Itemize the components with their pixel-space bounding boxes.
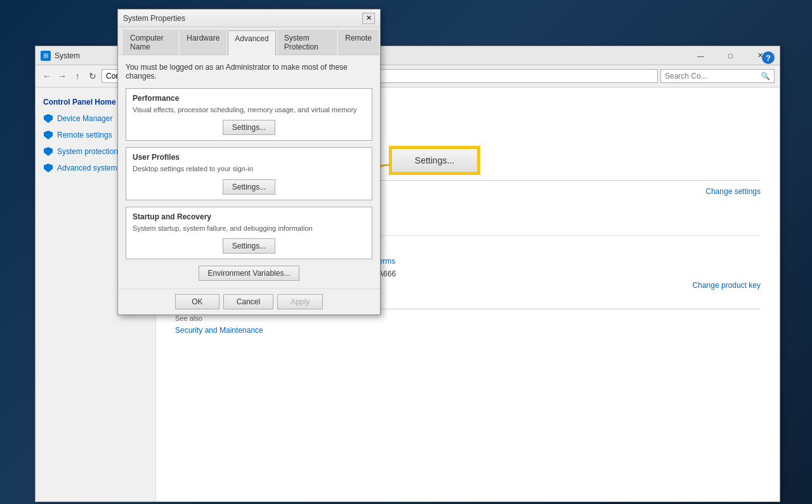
settings-highlight-label: Settings... — [415, 155, 454, 165]
change-settings-link[interactable]: Change settings — [705, 187, 761, 196]
sidebar-item-label: System protection — [57, 147, 118, 156]
startup-recovery-title: Startup and Recovery — [133, 212, 365, 221]
system-protection-icon — [43, 146, 53, 157]
change-product-key-link[interactable]: Change product key — [693, 281, 761, 290]
ok-button[interactable]: OK — [175, 294, 219, 309]
refresh-button[interactable]: ↻ — [86, 70, 99, 82]
tab-computer-name[interactable]: Computer Name — [123, 30, 178, 55]
cancel-button[interactable]: Cancel — [223, 294, 273, 309]
dialog-footer: OK Cancel Apply — [118, 288, 380, 314]
user-profiles-title: User Profiles — [133, 153, 365, 162]
environment-variables-button[interactable]: Environment Variables... — [199, 266, 300, 281]
performance-desc: Visual effects, processor scheduling, me… — [133, 105, 365, 115]
dialog-content: You must be logged on as an Administrato… — [118, 55, 380, 288]
settings-highlight-button[interactable]: Settings... — [390, 147, 479, 174]
apply-button[interactable]: Apply — [277, 294, 323, 309]
security-maintenance-link[interactable]: Security and Maintenance — [175, 326, 263, 335]
dialog-title: System Properties — [123, 14, 362, 23]
up-button[interactable]: ↑ — [71, 70, 84, 82]
tab-bar: Computer Name Hardware Advanced System P… — [118, 27, 380, 55]
back-button[interactable]: ← — [41, 70, 53, 82]
user-profiles-section: User Profiles Desktop settings related t… — [126, 147, 372, 200]
remote-settings-icon — [43, 130, 53, 140]
startup-recovery-settings-button[interactable]: Settings... — [223, 238, 275, 254]
maximize-button[interactable]: □ — [716, 49, 745, 62]
system-properties-dialog: System Properties ✕ Computer Name Hardwa… — [117, 9, 381, 315]
search-box[interactable]: 🔍 — [660, 69, 775, 83]
tab-hardware[interactable]: Hardware — [180, 30, 226, 55]
performance-settings-button[interactable]: Settings... — [223, 120, 275, 135]
dialog-message: You must be logged on as an Administrato… — [126, 63, 372, 81]
help-icon[interactable]: ? — [762, 51, 775, 64]
forward-button[interactable]: → — [56, 70, 69, 82]
search-input[interactable] — [665, 72, 758, 81]
device-manager-icon — [43, 113, 53, 124]
search-icon: 🔍 — [761, 72, 770, 81]
startup-recovery-section: Startup and Recovery System startup, sys… — [126, 207, 372, 259]
see-also-title: See also — [175, 314, 761, 322]
env-variables-row: Environment Variables... — [126, 266, 372, 281]
user-profiles-settings-button[interactable]: Settings... — [223, 179, 275, 195]
tab-advanced[interactable]: Advanced — [228, 30, 275, 55]
performance-section: Performance Visual effects, processor sc… — [126, 88, 372, 141]
titlebar-controls: — □ ✕ — [686, 49, 775, 62]
sidebar-item-label: Device Manager — [57, 114, 112, 123]
user-profiles-desc: Desktop settings related to your sign-in — [133, 164, 365, 174]
advanced-system-icon — [43, 163, 53, 173]
tab-remote[interactable]: Remote — [338, 30, 379, 55]
tab-system-protection[interactable]: System Protection — [277, 30, 337, 55]
dialog-close-button[interactable]: ✕ — [362, 13, 375, 24]
sidebar-item-label: Remote settings — [57, 131, 112, 139]
dialog-titlebar: System Properties ✕ — [118, 10, 380, 27]
system-window-icon: ⊞ — [41, 51, 51, 61]
performance-title: Performance — [133, 94, 365, 103]
minimize-button[interactable]: — — [686, 49, 715, 62]
startup-recovery-desc: System startup, system failure, and debu… — [133, 224, 365, 233]
